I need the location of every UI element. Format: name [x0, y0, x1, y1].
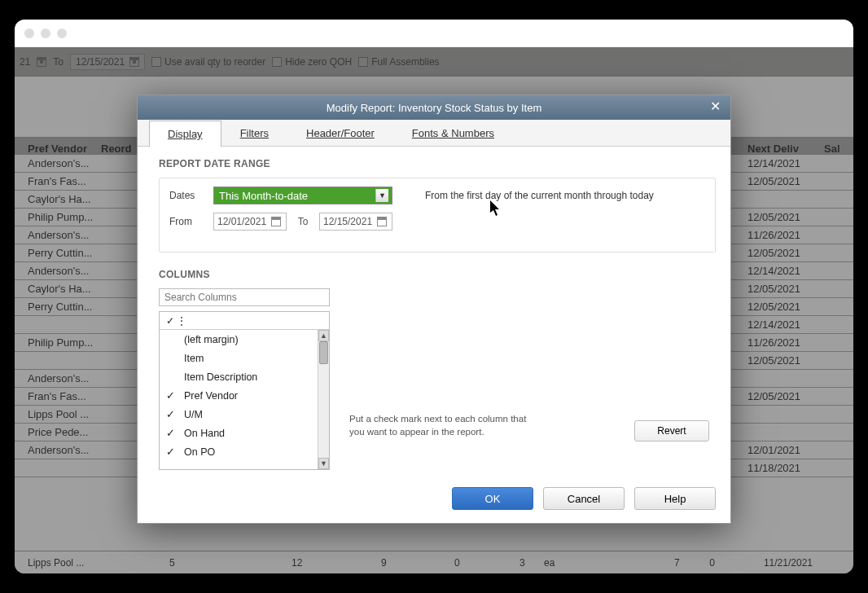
columns-list: ✓ ⋮ (left margin)ItemItem Description✓Pr…	[159, 311, 330, 470]
tab-fonts-numbers[interactable]: Fonts & Numbers	[393, 120, 513, 146]
column-option[interactable]: Item Description	[160, 367, 318, 386]
from-label: From	[169, 216, 205, 227]
scroll-thumb[interactable]	[319, 341, 328, 364]
tab-filters[interactable]: Filters	[221, 120, 287, 146]
from-date-input[interactable]: 12/01/2021	[213, 213, 287, 231]
help-button[interactable]: Help	[634, 487, 716, 510]
dialog-tabs: Display Filters Header/Footer Fonts & Nu…	[138, 120, 730, 147]
close-icon[interactable]: ✕	[708, 100, 722, 115]
column-option[interactable]: Item	[160, 349, 318, 367]
checkmark-icon: ✓	[166, 389, 174, 402]
dialog-titlebar[interactable]: Modify Report: Inventory Stock Status by…	[138, 95, 730, 120]
to-date-input[interactable]: 12/15/2021	[319, 213, 392, 231]
columns-hint: Put a check mark next to each column tha…	[349, 412, 537, 438]
chevron-down-icon: ▼	[375, 189, 388, 202]
column-label: On Hand	[184, 428, 225, 439]
column-label: On PO	[184, 446, 215, 458]
calendar-icon	[271, 217, 281, 226]
columns-list-header: ✓ ⋮	[160, 312, 329, 330]
dates-dropdown[interactable]: This Month-to-date ▼	[213, 187, 392, 204]
modify-report-dialog: Modify Report: Inventory Stock Status by…	[137, 94, 731, 524]
search-columns-input[interactable]	[159, 288, 330, 306]
dialog-footer: OK Cancel Help	[138, 481, 730, 523]
revert-button[interactable]: Revert	[634, 420, 709, 441]
columns-label: COLUMNS	[159, 269, 716, 280]
checkmark-icon: ✓	[166, 446, 174, 458]
cancel-button[interactable]: Cancel	[543, 487, 625, 510]
columns-section: COLUMNS ✓ ⋮ (left margin)ItemItem Descri…	[159, 269, 716, 470]
column-label: Item	[184, 353, 204, 364]
report-date-range-label: REPORT DATE RANGE	[159, 158, 716, 169]
traffic-zoom[interactable]	[57, 29, 67, 38]
date-range-panel: Dates This Month-to-date ▼ From the firs…	[159, 178, 716, 253]
column-label: U/M	[184, 409, 203, 420]
tab-display[interactable]: Display	[149, 121, 221, 147]
scrollbar[interactable]: ▲ ▼	[318, 330, 329, 469]
dates-hint: From the first day of the current month …	[425, 190, 654, 201]
browser-header	[15, 20, 853, 47]
dialog-title: Modify Report: Inventory Stock Status by…	[327, 102, 541, 114]
traffic-close[interactable]	[24, 29, 34, 38]
scroll-up-icon[interactable]: ▲	[318, 330, 329, 341]
column-option[interactable]: ✓On Hand	[160, 424, 318, 442]
dates-label: Dates	[169, 190, 205, 201]
column-option[interactable]: ✓U/M	[160, 405, 318, 424]
column-label: (left margin)	[184, 334, 239, 345]
tab-header-footer[interactable]: Header/Footer	[287, 120, 393, 146]
traffic-minimize[interactable]	[41, 29, 50, 38]
to-label: To	[295, 216, 311, 227]
column-option[interactable]: ✓Pref Vendor	[160, 386, 318, 405]
browser-frame: 21 To 12/15/2021 Use avail qty to reorde…	[15, 20, 853, 573]
column-option[interactable]: ✓On PO	[160, 442, 318, 461]
checkmark-icon: ✓	[166, 427, 174, 439]
ok-button[interactable]: OK	[452, 487, 533, 510]
calendar-icon	[377, 217, 387, 226]
checkmark-icon: ✓	[166, 408, 174, 420]
dates-value: This Month-to-date	[219, 190, 308, 202]
column-label: Pref Vendor	[184, 390, 238, 402]
column-option[interactable]: (left margin)	[160, 330, 318, 349]
scroll-down-icon[interactable]: ▼	[318, 458, 329, 469]
column-label: Item Description	[184, 371, 257, 383]
